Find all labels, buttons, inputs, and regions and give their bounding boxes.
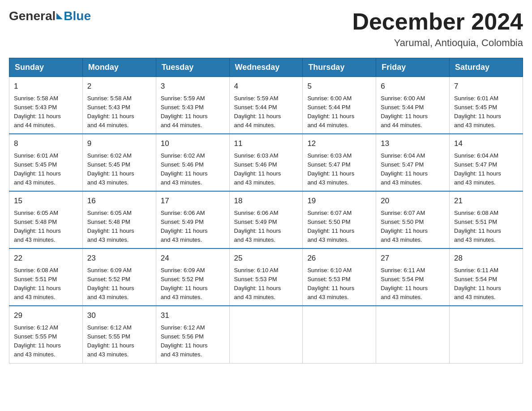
day-number: 28 [454, 253, 518, 264]
day-number: 13 [381, 138, 445, 150]
day-number: 25 [234, 253, 298, 264]
day-info: Sunrise: 5:58 AMSunset: 5:43 PMDaylight:… [87, 94, 151, 130]
calendar-cell: 27Sunrise: 6:11 AMSunset: 5:54 PMDayligh… [376, 248, 450, 306]
day-info: Sunrise: 5:59 AMSunset: 5:43 PMDaylight:… [161, 94, 225, 130]
day-number: 9 [87, 138, 151, 150]
day-number: 19 [307, 195, 371, 207]
day-info: Sunrise: 6:09 AMSunset: 5:52 PMDaylight:… [161, 266, 225, 302]
day-number: 1 [14, 81, 78, 92]
day-info: Sunrise: 6:07 AMSunset: 5:50 PMDaylight:… [381, 209, 445, 245]
calendar-cell: 26Sunrise: 6:10 AMSunset: 5:53 PMDayligh… [303, 248, 376, 306]
day-info: Sunrise: 6:00 AMSunset: 5:44 PMDaylight:… [381, 94, 445, 130]
header-monday: Monday [82, 58, 156, 77]
day-number: 20 [381, 195, 445, 207]
calendar-cell: 11Sunrise: 6:03 AMSunset: 5:46 PMDayligh… [229, 134, 303, 191]
calendar-cell: 10Sunrise: 6:02 AMSunset: 5:46 PMDayligh… [156, 134, 229, 191]
week-row-1: 1Sunrise: 5:58 AMSunset: 5:43 PMDaylight… [9, 77, 523, 134]
day-number: 21 [454, 195, 518, 207]
day-info: Sunrise: 6:03 AMSunset: 5:46 PMDaylight:… [234, 151, 298, 188]
day-info: Sunrise: 6:01 AMSunset: 5:45 PMDaylight:… [14, 151, 78, 188]
calendar-cell: 7Sunrise: 6:01 AMSunset: 5:45 PMDaylight… [450, 77, 523, 134]
calendar-cell [229, 306, 303, 363]
calendar-cell: 19Sunrise: 6:07 AMSunset: 5:50 PMDayligh… [303, 191, 376, 248]
calendar-cell: 18Sunrise: 6:06 AMSunset: 5:49 PMDayligh… [229, 191, 303, 248]
calendar-cell: 1Sunrise: 5:58 AMSunset: 5:43 PMDaylight… [9, 77, 83, 134]
day-info: Sunrise: 6:10 AMSunset: 5:53 PMDaylight:… [234, 266, 298, 302]
day-info: Sunrise: 5:59 AMSunset: 5:44 PMDaylight:… [234, 94, 298, 130]
calendar-cell: 13Sunrise: 6:04 AMSunset: 5:47 PMDayligh… [376, 134, 450, 191]
calendar-cell [303, 306, 376, 363]
day-info: Sunrise: 6:11 AMSunset: 5:54 PMDaylight:… [454, 266, 518, 302]
calendar-cell: 4Sunrise: 5:59 AMSunset: 5:44 PMDaylight… [229, 77, 303, 134]
day-info: Sunrise: 6:05 AMSunset: 5:48 PMDaylight:… [14, 209, 78, 245]
week-row-4: 22Sunrise: 6:08 AMSunset: 5:51 PMDayligh… [9, 248, 523, 306]
week-row-5: 29Sunrise: 6:12 AMSunset: 5:55 PMDayligh… [9, 306, 523, 363]
calendar-cell: 25Sunrise: 6:10 AMSunset: 5:53 PMDayligh… [229, 248, 303, 306]
calendar-title: December 2024 [352, 9, 523, 34]
day-info: Sunrise: 6:10 AMSunset: 5:53 PMDaylight:… [307, 266, 371, 302]
calendar-cell: 2Sunrise: 5:58 AMSunset: 5:43 PMDaylight… [82, 77, 156, 134]
day-number: 11 [234, 138, 298, 150]
logo-general-text: General [9, 9, 56, 23]
logo: General Blue [9, 9, 91, 23]
day-info: Sunrise: 6:08 AMSunset: 5:51 PMDaylight:… [454, 209, 518, 245]
day-info: Sunrise: 6:05 AMSunset: 5:48 PMDaylight:… [87, 209, 151, 245]
calendar-cell: 28Sunrise: 6:11 AMSunset: 5:54 PMDayligh… [450, 248, 523, 306]
day-number: 4 [234, 81, 298, 92]
week-row-2: 8Sunrise: 6:01 AMSunset: 5:45 PMDaylight… [9, 134, 523, 191]
header-thursday: Thursday [303, 58, 376, 77]
day-info: Sunrise: 6:02 AMSunset: 5:46 PMDaylight:… [161, 151, 225, 188]
calendar-cell: 5Sunrise: 6:00 AMSunset: 5:44 PMDaylight… [303, 77, 376, 134]
calendar-cell: 3Sunrise: 5:59 AMSunset: 5:43 PMDaylight… [156, 77, 229, 134]
day-info: Sunrise: 6:12 AMSunset: 5:56 PMDaylight:… [161, 323, 225, 360]
day-number: 16 [87, 195, 151, 207]
day-number: 31 [161, 310, 225, 321]
page-header: General Blue December 2024 Yarumal, Anti… [9, 9, 523, 49]
calendar-cell: 15Sunrise: 6:05 AMSunset: 5:48 PMDayligh… [9, 191, 83, 248]
logo-blue-text: Blue [64, 9, 91, 23]
calendar-cell: 22Sunrise: 6:08 AMSunset: 5:51 PMDayligh… [9, 248, 83, 306]
title-area: December 2024 Yarumal, Antioquia, Colomb… [352, 9, 523, 49]
calendar-cell: 14Sunrise: 6:04 AMSunset: 5:47 PMDayligh… [450, 134, 523, 191]
day-number: 18 [234, 195, 298, 207]
day-info: Sunrise: 6:08 AMSunset: 5:51 PMDaylight:… [14, 266, 78, 302]
calendar-subtitle: Yarumal, Antioquia, Colombia [352, 37, 523, 49]
calendar-cell: 6Sunrise: 6:00 AMSunset: 5:44 PMDaylight… [376, 77, 450, 134]
calendar-cell: 20Sunrise: 6:07 AMSunset: 5:50 PMDayligh… [376, 191, 450, 248]
calendar-cell: 23Sunrise: 6:09 AMSunset: 5:52 PMDayligh… [82, 248, 156, 306]
header-wednesday: Wednesday [229, 58, 303, 77]
day-number: 6 [381, 81, 445, 92]
logo-arrow-icon [56, 13, 63, 19]
calendar-cell: 12Sunrise: 6:03 AMSunset: 5:47 PMDayligh… [303, 134, 376, 191]
calendar-cell: 16Sunrise: 6:05 AMSunset: 5:48 PMDayligh… [82, 191, 156, 248]
day-info: Sunrise: 6:09 AMSunset: 5:52 PMDaylight:… [87, 266, 151, 302]
header-tuesday: Tuesday [156, 58, 229, 77]
day-number: 24 [161, 253, 225, 264]
day-number: 3 [161, 81, 225, 92]
day-info: Sunrise: 5:58 AMSunset: 5:43 PMDaylight:… [14, 94, 78, 130]
day-info: Sunrise: 6:04 AMSunset: 5:47 PMDaylight:… [454, 151, 518, 188]
calendar-cell: 17Sunrise: 6:06 AMSunset: 5:49 PMDayligh… [156, 191, 229, 248]
day-info: Sunrise: 6:03 AMSunset: 5:47 PMDaylight:… [307, 151, 371, 188]
day-number: 5 [307, 81, 371, 92]
calendar-cell: 9Sunrise: 6:02 AMSunset: 5:45 PMDaylight… [82, 134, 156, 191]
day-info: Sunrise: 6:04 AMSunset: 5:47 PMDaylight:… [381, 151, 445, 188]
day-info: Sunrise: 6:11 AMSunset: 5:54 PMDaylight:… [381, 266, 445, 302]
header-saturday: Saturday [450, 58, 523, 77]
day-number: 2 [87, 81, 151, 92]
day-number: 26 [307, 253, 371, 264]
day-info: Sunrise: 6:12 AMSunset: 5:55 PMDaylight:… [87, 323, 151, 360]
calendar-cell: 30Sunrise: 6:12 AMSunset: 5:55 PMDayligh… [82, 306, 156, 363]
day-number: 10 [161, 138, 225, 150]
day-number: 7 [454, 81, 518, 92]
day-number: 14 [454, 138, 518, 150]
header-friday: Friday [376, 58, 450, 77]
calendar-cell: 29Sunrise: 6:12 AMSunset: 5:55 PMDayligh… [9, 306, 83, 363]
day-info: Sunrise: 6:07 AMSunset: 5:50 PMDaylight:… [307, 209, 371, 245]
calendar-cell: 21Sunrise: 6:08 AMSunset: 5:51 PMDayligh… [450, 191, 523, 248]
calendar-cell: 24Sunrise: 6:09 AMSunset: 5:52 PMDayligh… [156, 248, 229, 306]
day-number: 8 [14, 138, 78, 150]
day-number: 23 [87, 253, 151, 264]
day-info: Sunrise: 6:06 AMSunset: 5:49 PMDaylight:… [234, 209, 298, 245]
header-sunday: Sunday [9, 58, 83, 77]
